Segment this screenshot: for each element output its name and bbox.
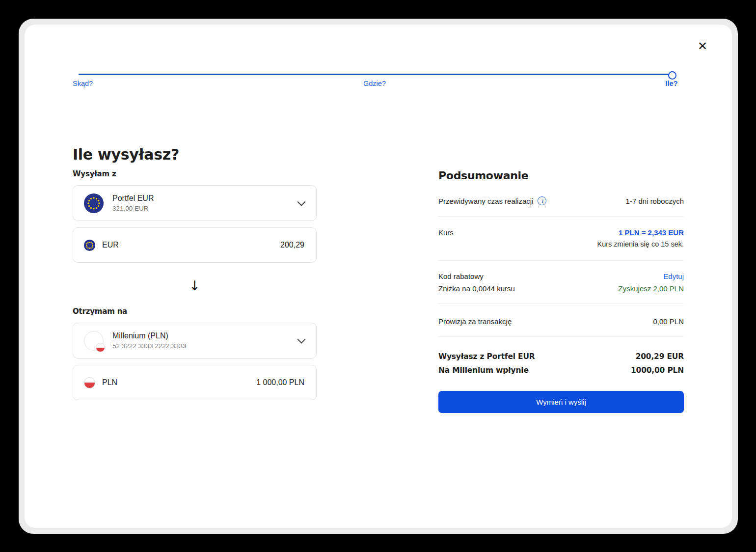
direction-indicator: ↓ <box>73 270 317 301</box>
eta-value: 1-7 dni roboczych <box>626 197 684 205</box>
exchange-and-send-button[interactable]: Wymień i wyślij <box>438 391 684 413</box>
summary-row-fee: Prowizja za transakcję 0,00 PLN <box>438 304 684 337</box>
poland-flag-badge-icon <box>96 343 105 352</box>
close-button[interactable]: ✕ <box>694 37 711 55</box>
transfer-dialog: ✕ Skąd? Gdzie? Ile? Ile wysyłasz? Wysyła… <box>25 25 732 528</box>
poland-flag-icon <box>84 377 95 388</box>
send-currency-label: EUR <box>102 241 119 249</box>
summary-row-rate: Kurs 1 PLN = 2,343 EUR Kurs zmienia się … <box>438 217 684 261</box>
summary-title: Podsumowanie <box>438 169 684 182</box>
send-account-select[interactable]: Portfel EUR 321,00 EUR <box>73 185 317 221</box>
rate-value: 1 PLN = 2,343 EUR <box>619 228 684 237</box>
bank-account-icon <box>84 331 104 351</box>
fee-value: 0,00 PLN <box>653 317 684 326</box>
receive-account-name: Millenium (PLN) <box>112 331 186 340</box>
discount-edit-link[interactable]: Edytuj <box>663 272 684 280</box>
receive-amount-input[interactable] <box>117 378 304 387</box>
receive-account-select[interactable]: Millenium (PLN) 52 3222 3333 2222 3333 <box>73 323 317 359</box>
stepper-step-where[interactable]: Gdzie? <box>363 80 386 87</box>
discount-gain-value: Zyskujesz 2,00 PLN <box>619 284 684 293</box>
close-icon: ✕ <box>698 39 707 53</box>
arrow-down-icon: ↓ <box>189 278 200 293</box>
receive-account-number: 52 3222 3333 2222 3333 <box>112 342 186 350</box>
send-account-info: Portfel EUR 321,00 EUR <box>112 194 154 212</box>
send-amount-input[interactable] <box>119 241 304 249</box>
total-receive-label: Na Millenium wpłynie <box>438 366 529 375</box>
send-account-name: Portfel EUR <box>112 194 154 203</box>
receive-account-info: Millenium (PLN) 52 3222 3333 2222 3333 <box>112 331 186 350</box>
eta-label: Przewidywany czas realizacji <box>438 197 533 205</box>
discount-sub-label: Zniżka na 0,0044 kursu <box>438 284 515 293</box>
eu-flag-icon <box>84 193 104 213</box>
send-amount-field: EUR <box>73 227 317 263</box>
stepper-step-amount[interactable]: Ile? <box>666 80 678 87</box>
info-icon[interactable]: i <box>538 196 546 205</box>
stepper-current-dot <box>668 71 676 80</box>
amount-form: Wysyłam z <box>73 169 317 400</box>
summary-panel: Podsumowanie Przewidywany czas realizacj… <box>438 169 684 413</box>
chevron-down-icon <box>297 197 306 206</box>
receive-currency-label: PLN <box>102 378 117 387</box>
eu-flag-icon <box>84 240 95 251</box>
rate-note: Kurs zmienia się co 15 sek. <box>597 240 684 248</box>
total-send-value: 200,29 EUR <box>636 352 684 361</box>
page-title: Ile wysyłasz? <box>73 146 179 163</box>
fee-label: Prowizja za transakcję <box>438 317 512 326</box>
stepper-progress-line <box>79 74 672 75</box>
receive-amount-field: PLN <box>73 365 317 400</box>
total-receive-value: 1000,00 PLN <box>631 366 684 375</box>
receive-to-label: Otrzymam na <box>73 307 317 316</box>
discount-label: Kod rabatowy <box>438 272 484 280</box>
summary-totals: Wysyłasz z Portfel EUR 200,29 EUR Na Mil… <box>438 337 684 375</box>
send-account-balance: 321,00 EUR <box>112 205 154 212</box>
send-from-label: Wysyłam z <box>73 169 317 178</box>
modal-backdrop: ✕ Skąd? Gdzie? Ile? Ile wysyłasz? Wysyła… <box>19 19 738 534</box>
summary-row-discount: Kod rabatowy Edytuj Zniżka na 0,0044 kur… <box>438 261 684 304</box>
chevron-down-icon <box>297 335 306 343</box>
summary-row-eta: Przewidywany czas realizacji i 1-7 dni r… <box>438 194 684 217</box>
rate-label: Kurs <box>438 228 454 237</box>
stepper-step-from[interactable]: Skąd? <box>73 80 93 87</box>
total-send-label: Wysyłasz z Portfel EUR <box>438 352 535 361</box>
